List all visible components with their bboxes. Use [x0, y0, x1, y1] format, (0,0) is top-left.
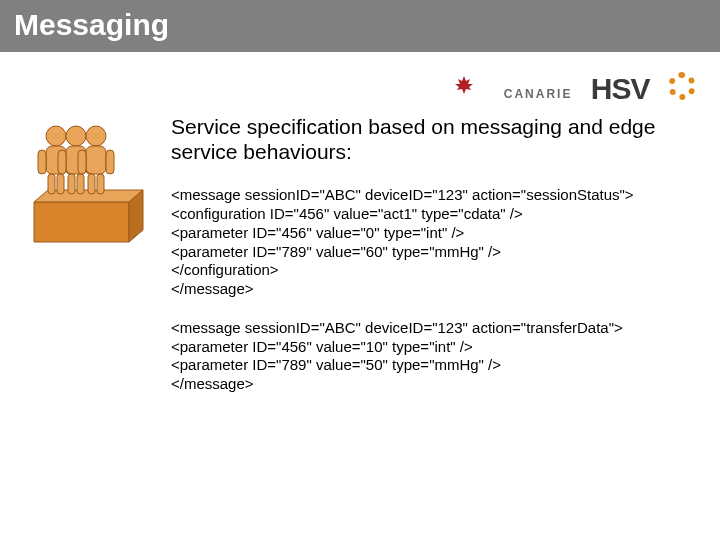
person-icon: [38, 126, 114, 194]
svg-point-10: [66, 126, 86, 146]
people-box-icon: [24, 122, 154, 252]
logo-row: CANARIE HSV: [0, 52, 720, 106]
slide-title-bar: Messaging: [0, 0, 720, 52]
svg-marker-1: [34, 202, 129, 242]
svg-marker-0: [455, 76, 473, 94]
code-block-2: <message sessionID="ABC" deviceID="123" …: [171, 319, 696, 394]
slide-title: Messaging: [14, 8, 169, 41]
svg-rect-12: [58, 150, 66, 174]
svg-rect-19: [106, 150, 114, 174]
svg-point-4: [46, 126, 66, 146]
svg-rect-8: [48, 174, 55, 194]
canarie-logo: CANARIE: [429, 76, 572, 102]
svg-rect-6: [38, 150, 46, 174]
svg-rect-14: [68, 174, 75, 194]
text-column: Service specification based on messaging…: [159, 114, 696, 414]
svg-rect-20: [88, 174, 95, 194]
content-area: Service specification based on messaging…: [0, 106, 720, 414]
svg-rect-18: [78, 150, 86, 174]
canarie-text: CANARIE: [504, 87, 573, 101]
svg-rect-9: [57, 174, 64, 194]
intro-text: Service specification based on messaging…: [171, 114, 696, 164]
svg-rect-17: [86, 146, 106, 174]
svg-rect-21: [97, 174, 104, 194]
hsv-logo-text: HSV: [591, 72, 650, 106]
maple-leaf-icon: [429, 76, 499, 98]
orange-ring-icon: [668, 72, 696, 100]
svg-point-16: [86, 126, 106, 146]
svg-rect-15: [77, 174, 84, 194]
messaging-graphic: [24, 114, 159, 256]
code-block-1: <message sessionID="ABC" deviceID="123" …: [171, 186, 696, 299]
